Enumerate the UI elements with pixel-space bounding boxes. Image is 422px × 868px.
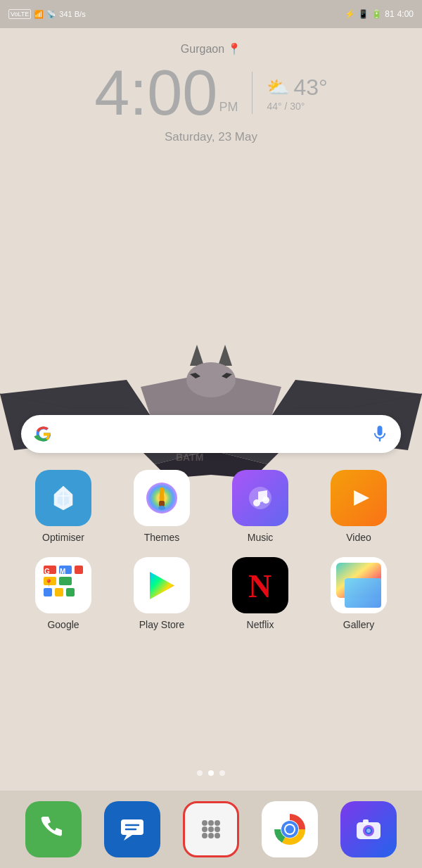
clock-time: 4:00 xyxy=(94,61,217,125)
svg-rect-20 xyxy=(66,588,75,596)
google-icon[interactable]: G M 📍 xyxy=(35,557,91,613)
bluetooth-icon: ⚡ xyxy=(345,9,355,19)
status-left: VoLTE 📶 📡 341 B/s xyxy=(8,9,86,19)
svg-marker-30 xyxy=(124,835,132,841)
svg-point-37 xyxy=(208,826,214,832)
svg-point-36 xyxy=(202,826,207,832)
gallery-label: Gallery xyxy=(343,619,374,630)
svg-point-39 xyxy=(202,833,207,838)
app-item-themes[interactable]: Themes xyxy=(123,470,200,543)
status-bar: VoLTE 📶 📡 341 B/s ⚡ 📳 🔋 81 4:00 xyxy=(0,0,422,28)
svg-point-8 xyxy=(158,506,165,510)
svg-rect-7 xyxy=(159,501,165,506)
page-dot-3 xyxy=(219,770,225,776)
search-bar-container[interactable] xyxy=(21,415,401,453)
app-row-2: G M 📍 Google xyxy=(14,557,408,630)
mic-icon[interactable] xyxy=(370,424,390,444)
dock-messages[interactable] xyxy=(104,801,160,857)
app-grid: Optimiser xyxy=(0,470,422,644)
svg-rect-50 xyxy=(363,819,369,824)
vibrate-icon: 📳 xyxy=(358,9,369,19)
location-pin-icon: 📍 xyxy=(227,42,241,56)
optimiser-icon[interactable] xyxy=(35,470,91,526)
app-item-optimiser[interactable]: Optimiser xyxy=(25,470,102,543)
svg-point-0 xyxy=(186,362,236,397)
svg-text:G: G xyxy=(44,568,50,575)
weather-temp: 43° xyxy=(293,75,327,101)
netflix-icon[interactable]: N xyxy=(232,557,288,613)
search-bar[interactable] xyxy=(21,415,401,453)
dock-phone[interactable] xyxy=(25,801,82,857)
svg-text:BATM: BATM xyxy=(176,452,203,463)
app-item-music[interactable]: Music xyxy=(222,470,299,543)
svg-point-49 xyxy=(366,829,371,833)
svg-point-33 xyxy=(202,820,207,826)
video-icon[interactable] xyxy=(331,470,387,526)
svg-rect-18 xyxy=(44,588,52,596)
weather-condition-icon: ⛅ xyxy=(267,77,289,98)
svg-point-35 xyxy=(215,820,220,826)
battery-icon: 🔋 xyxy=(371,9,382,19)
weather-widget: ⛅ 43° 44° / 30° xyxy=(267,75,327,112)
svg-point-11 xyxy=(262,497,269,504)
status-right: ⚡ 📳 🔋 81 4:00 xyxy=(345,9,414,19)
dock-chrome[interactable] xyxy=(262,801,318,857)
weather-range: 44° / 30° xyxy=(267,101,305,112)
status-time: 4:00 xyxy=(397,9,414,19)
clock-weather-widget: Gurgaon 📍 4:00 PM ⛅ 43° 44° / 30° Saturd… xyxy=(0,42,422,144)
date-display: Saturday, 23 May xyxy=(0,130,422,144)
svg-point-45 xyxy=(286,825,294,834)
svg-rect-16 xyxy=(59,577,72,585)
app-item-gallery[interactable]: Gallery xyxy=(320,557,397,630)
page-indicator xyxy=(0,770,422,776)
svg-rect-17 xyxy=(75,566,83,574)
netflix-label: Netflix xyxy=(247,619,274,630)
music-label: Music xyxy=(248,532,274,543)
app-item-google[interactable]: G M 📍 Google xyxy=(25,557,102,630)
app-item-netflix[interactable]: N Netflix xyxy=(222,557,299,630)
optimiser-label: Optimiser xyxy=(42,532,84,543)
dock-camera[interactable] xyxy=(340,801,397,857)
signal-icon: 📶 xyxy=(34,10,44,19)
svg-rect-19 xyxy=(55,588,63,596)
clock-ampm: PM xyxy=(219,100,238,115)
svg-point-10 xyxy=(253,499,260,506)
app-item-playstore[interactable]: Play Store xyxy=(123,557,200,630)
svg-point-38 xyxy=(215,826,220,832)
video-label: Video xyxy=(346,532,371,543)
svg-rect-6 xyxy=(160,487,164,503)
svg-rect-29 xyxy=(121,819,143,835)
page-dot-2 xyxy=(208,770,214,776)
svg-rect-28 xyxy=(345,578,381,608)
svg-text:N: N xyxy=(248,568,271,603)
speed-indicator: 341 B/s xyxy=(59,10,85,18)
svg-point-40 xyxy=(208,833,214,838)
dock-app-drawer[interactable] xyxy=(183,801,239,857)
themes-label: Themes xyxy=(144,532,180,543)
themes-icon[interactable] xyxy=(134,470,190,526)
svg-text:M: M xyxy=(60,568,65,575)
wifi-icon: 📡 xyxy=(46,10,56,19)
dock xyxy=(0,791,422,868)
app-row-1: Optimiser xyxy=(14,470,408,543)
playstore-icon[interactable] xyxy=(134,557,190,613)
svg-point-41 xyxy=(215,833,220,838)
app-item-video[interactable]: Video xyxy=(320,470,397,543)
google-logo xyxy=(32,423,55,445)
google-label: Google xyxy=(47,619,79,630)
playstore-label: Play Store xyxy=(139,619,185,630)
svg-point-34 xyxy=(208,820,214,826)
location-display: Gurgaon 📍 xyxy=(0,42,422,56)
music-icon[interactable] xyxy=(232,470,288,526)
page-dot-1 xyxy=(197,770,203,776)
svg-marker-12 xyxy=(354,490,369,506)
battery-percent: 81 xyxy=(385,9,394,19)
svg-text:📍: 📍 xyxy=(44,578,53,587)
gallery-icon[interactable] xyxy=(331,557,387,613)
clock-divider xyxy=(252,72,252,114)
volte-indicator: VoLTE xyxy=(8,9,31,19)
